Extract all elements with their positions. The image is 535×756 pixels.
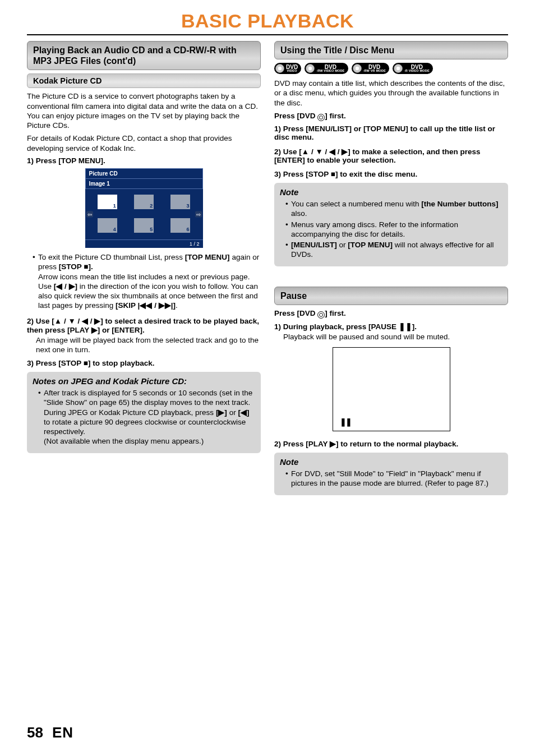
text-frag: or <box>337 241 348 249</box>
pause-note-text: For DVD, set "Still Mode" to "Field" in … <box>291 469 502 488</box>
thumb-num: 5 <box>150 227 153 232</box>
text-frag: You can select a numbered menu with <box>291 200 421 208</box>
thumb-num: 1 <box>113 203 116 209</box>
bullet-dot-icon: • <box>285 220 291 239</box>
pause-heading: Pause <box>274 287 508 305</box>
dvd-r-video-badge: DVD-R VIDEO MODE <box>393 63 433 74</box>
thumb-num: 4 <box>113 227 116 232</box>
text-frag-bold: [TOP MENU] <box>185 253 230 261</box>
pause-icon: ❚❚ <box>340 417 351 426</box>
title-menu-heading: Using the Title / Disc Menu <box>274 41 508 59</box>
bullet-dot-icon: • <box>285 199 291 219</box>
kodak-para-1: The Picture CD is a service to convert p… <box>27 91 261 130</box>
columns: Playing Back an Audio CD and a CD-RW/-R … <box>27 41 508 500</box>
text-frag-bold: [MENU/LIST] <box>291 241 337 249</box>
picture-cd-arrow-left-icon: ⇦ <box>86 211 93 217</box>
right-column: Using the Title / Disc Menu DVDVIDEO DVD… <box>274 41 508 500</box>
pause-note-bullet: • For DVD, set "Still Mode" to "Field" i… <box>285 469 502 488</box>
media-badges: DVDVIDEO DVD-RW VIDEO MODE DVD-RW VR MOD… <box>274 63 508 74</box>
left-step-1: 1) Press [TOP MENU]. <box>27 156 261 165</box>
page-number: 58 <box>27 724 43 741</box>
text-frag: to rotate a picture 90 degrees clockwise… <box>44 418 246 436</box>
picture-cd-arrow-right-icon: ⇨ <box>195 211 202 217</box>
left-column: Playing Back an Audio CD and a CD-RW/-R … <box>27 41 261 500</box>
thumb-num: 3 <box>186 203 189 209</box>
tm-step-2: 2) Use [▲ / ▼ / ◀ / ▶] to make a selecti… <box>274 147 508 164</box>
disc-icon <box>275 64 284 73</box>
dvd-rw-vr-badge: DVD-RW VR MODE <box>352 63 389 74</box>
dvd-ring-icon <box>317 311 325 319</box>
divider <box>27 34 508 35</box>
tm-note-bullet-1: • You can select a numbered menu with [t… <box>285 199 502 219</box>
bullet-dot-icon: • <box>285 240 291 260</box>
disc-icon <box>306 64 315 73</box>
dvd-rw-video-badge: DVD-RW VIDEO MODE <box>305 63 348 74</box>
text-frag: also. <box>291 209 307 218</box>
pause-press-dvd-first: Press [DVD ] first. <box>274 308 508 319</box>
tm-note-box: Note • You can select a numbered menu wi… <box>274 183 508 266</box>
text-frag-bold: [◀] <box>238 408 249 417</box>
badge-sub: VIDEO <box>287 70 297 72</box>
picture-cd-thumb: 2 <box>134 195 154 209</box>
bullet-dot-icon: • <box>38 388 44 446</box>
text-frag: To exit the Picture CD thumbnail List, p… <box>38 253 185 261</box>
page-lang: EN <box>52 724 73 741</box>
text-frag-bold: [SKIP |◀◀ / ▶▶|] <box>116 301 176 310</box>
text-frag: . <box>176 301 178 310</box>
badge-sub: -RW VIDEO MODE <box>316 70 344 72</box>
pause-step-2: 2) Press [PLAY ▶] to return to the norma… <box>274 439 508 448</box>
dvd-ring-icon <box>317 114 325 121</box>
text-frag: or <box>227 408 238 417</box>
thumb-num: 2 <box>150 203 153 209</box>
notes-jpeg-box: Notes on JPEG and Kodak Picture CD: • Af… <box>27 372 261 453</box>
picture-cd-subtitle: Image 1 <box>85 179 203 189</box>
left-step-3: 3) Press [STOP ■] to stop playback. <box>27 359 261 367</box>
page-title: BASIC PLAYBACK <box>27 10 508 32</box>
tm-note-text: [MENU/LIST] or [TOP MENU] will not alway… <box>291 240 502 260</box>
bullet-dot-icon: • <box>33 252 38 311</box>
kodak-subheader: Kodak Picture CD <box>27 73 261 88</box>
pause-display-box: ❚❚ <box>333 347 450 431</box>
tm-note-text: You can select a numbered menu with [the… <box>291 199 502 219</box>
text-frag-bold: [▶] <box>216 408 227 417</box>
pause-step-1-body: Playback will be paused and sound will b… <box>283 332 508 342</box>
pause-note-box: Note • For DVD, set "Still Mode" to "Fie… <box>274 453 508 495</box>
picture-cd-title: Picture CD <box>85 168 203 179</box>
bullet-dot-icon: • <box>285 469 291 488</box>
thumb-num: 6 <box>186 227 189 232</box>
exit-bullet-text: To exit the Picture CD thumbnail List, p… <box>38 252 261 311</box>
exit-bullet: • To exit the Picture CD thumbnail List,… <box>33 252 261 311</box>
text-frag: (Not available when the display menu app… <box>44 437 204 445</box>
text-frag-bold: [the Number buttons] <box>421 200 498 208</box>
picture-cd-thumb: 5 <box>134 218 154 233</box>
notes-bullet-text: After track is displayed for 5 seconds o… <box>44 388 255 446</box>
text-frag-bold: [STOP ■]. <box>59 262 93 271</box>
kodak-para-2: For details of Kodak Picture CD, contact… <box>27 133 261 153</box>
tm-step-3: 3) Press [STOP ■] to exit the disc menu. <box>274 170 508 178</box>
picture-cd-widget: Picture CD Image 1 ⇦ ⇨ 1 2 3 4 5 6 1 / 2 <box>85 168 203 248</box>
text-frag: After track is displayed for 5 seconds o… <box>44 389 252 407</box>
picture-cd-thumb: 3 <box>170 195 190 209</box>
text-frag-bold: [◀ / ▶] <box>54 282 77 291</box>
title-menu-para: DVD may contain a title list, which desc… <box>274 79 508 108</box>
left-step-2: 2) Use [▲ / ▼ / ◀ / ▶] to select a desir… <box>27 316 261 334</box>
tm-note-text: Menus vary among discs. Refer to the inf… <box>291 220 502 239</box>
picture-cd-thumb: 1 <box>98 195 117 209</box>
notes-jpeg-title: Notes on JPEG and Kodak Picture CD: <box>33 376 255 386</box>
dvd-video-badge: DVDVIDEO <box>274 63 301 74</box>
pause-step-1: 1) During playback, press [PAUSE ❚❚]. <box>274 322 508 331</box>
disc-icon <box>394 64 403 73</box>
picture-cd-page-indicator: 1 / 2 <box>85 239 203 248</box>
text-frag-bold: [TOP MENU] <box>348 241 393 249</box>
picture-cd-body: ⇦ ⇨ 1 2 3 4 5 6 <box>85 189 203 239</box>
left-step-2-body: An image will be played back from the se… <box>36 335 261 355</box>
picture-cd-thumb: 4 <box>98 218 117 233</box>
text-frag: During JPEG or Kodak Picture CD playback… <box>44 408 216 417</box>
badge-sub: -R VIDEO MODE <box>404 70 430 72</box>
disc-icon <box>353 64 362 73</box>
picture-cd-thumb: 6 <box>170 218 190 233</box>
tm-note-bullet-2: • Menus vary among discs. Refer to the i… <box>285 220 502 239</box>
tm-note-bullet-3: • [MENU/LIST] or [TOP MENU] will not alw… <box>285 240 502 260</box>
tm-note-title: Note <box>280 187 502 197</box>
badge-sub: -RW VR MODE <box>363 70 386 72</box>
